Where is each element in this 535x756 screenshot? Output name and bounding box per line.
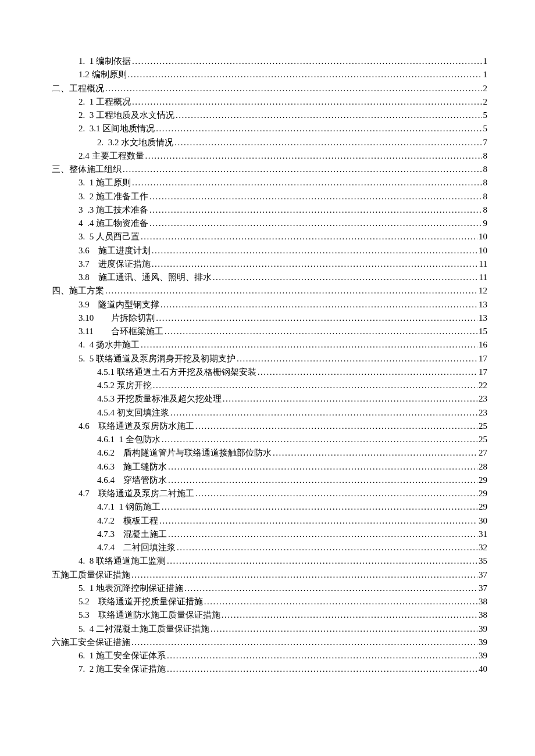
- toc-entry-label: 3. 2 施工准备工作: [79, 190, 148, 203]
- toc-entry-page: 17: [479, 352, 487, 366]
- toc-leader-dots: [160, 298, 477, 311]
- toc-entry: 4.5.4 初支回填注浆23: [52, 406, 487, 420]
- toc-entry: 4.6.1 1 全包防水25: [52, 433, 487, 446]
- toc-entry: 4.7.4 二衬回填注浆32: [52, 541, 487, 554]
- toc-entry-page: 29: [479, 500, 487, 514]
- toc-entry: 4.7.3 混凝土施工31: [52, 528, 487, 541]
- toc-entry: 3.11 合环框梁施工15: [52, 325, 487, 338]
- toc-entry-label: 3.8 施工通讯、通风、照明、排水: [79, 271, 212, 284]
- toc-entry-page: 10: [479, 244, 487, 257]
- toc-entry-label: 4.6.4 穿墙管防水: [97, 474, 167, 487]
- toc-entry-page: 38: [479, 608, 487, 622]
- toc-entry-label: 二、工程概况: [52, 82, 104, 95]
- toc-entry-page: 39: [479, 649, 487, 662]
- toc-leader-dots: [105, 284, 477, 298]
- toc-entry-label: 5.3 联络通道防水施工质量保证措施: [79, 608, 220, 622]
- toc-entry-label: 3.10 片拆除切割: [79, 311, 155, 325]
- toc-entry-page: 2: [483, 82, 488, 95]
- toc-entry-page: 31: [479, 528, 487, 541]
- toc-entry-page: 13: [479, 311, 487, 325]
- toc-entry: 6. 1 施工安全保证体系39: [52, 649, 487, 662]
- toc-leader-dots: [159, 514, 477, 528]
- toc-leader-dots: [168, 460, 477, 474]
- toc-entry: 3.9 隧道内型钢支撑13: [52, 298, 487, 311]
- toc-entry: 2. 3.2 水文地质情况7: [52, 136, 487, 149]
- toc-leader-dots: [273, 446, 477, 460]
- toc-entry: 3.6 施工进度计划10: [52, 244, 487, 257]
- toc-entry: 4.7.2 模板工程30: [52, 514, 487, 528]
- toc-entry-label: 四、施工方案: [52, 284, 104, 298]
- toc-entry-label: 4. 4 扬水井施工: [79, 338, 140, 352]
- toc-entry: 2. 3.1 区间地质情况5: [52, 122, 487, 135]
- page-content: 1. 1 编制依据11.2 编制原则1二、工程概况22. 1 工程概况22. 3…: [0, 0, 535, 717]
- toc-entry-page: 32: [479, 541, 487, 554]
- toc-leader-dots: [132, 55, 482, 68]
- toc-entry-page: 8: [483, 203, 488, 217]
- toc-entry-page: 5: [483, 122, 488, 135]
- toc-entry-label: 3 .3 施工技术准备: [79, 203, 148, 217]
- toc-entry: 3.7 进度保证措施11: [52, 257, 487, 271]
- toc-entry: 1.2 编制原则1: [52, 68, 487, 81]
- toc-entry-page: 2: [483, 95, 488, 109]
- toc-entry-label: 6. 1 施工安全保证体系: [79, 649, 166, 662]
- toc-entry-page: 23: [479, 406, 487, 420]
- toc-entry-page: 27: [479, 446, 487, 460]
- toc-leader-dots: [176, 109, 482, 122]
- toc-entry-page: 10: [479, 230, 487, 243]
- toc-leader-dots: [223, 392, 477, 406]
- toc-entry-page: 25: [479, 420, 487, 433]
- toc-entry-label: 7. 2 施工安全保证措施: [79, 662, 166, 676]
- toc-entry-page: 11: [479, 271, 487, 284]
- toc-entry-label: 4.6 联络通道及泵房防水施工: [79, 420, 194, 433]
- toc-entry-page: 28: [479, 460, 487, 474]
- toc-leader-dots: [213, 271, 478, 284]
- toc-leader-dots: [177, 541, 477, 554]
- toc-entry-label: 4 .4 施工物资准备: [79, 217, 148, 230]
- toc-entry-label: 三、整体施工组织: [52, 163, 122, 176]
- toc-entry-label: 2. 3 工程地质及水文情况: [79, 109, 174, 122]
- toc-entry: 5.2 联络通道开挖质量保证措施38: [52, 595, 487, 608]
- toc-entry: 四、施工方案12: [52, 284, 487, 298]
- toc-entry-page: 8: [483, 176, 488, 189]
- toc-entry-label: 4.7.4 二衬回填注浆: [97, 541, 176, 554]
- toc-leader-dots: [156, 311, 477, 325]
- toc-entry-page: 22: [479, 379, 487, 392]
- toc-leader-dots: [141, 230, 477, 243]
- toc-entry: 4. 4 扬水井施工16: [52, 338, 487, 352]
- toc-leader-dots: [152, 244, 477, 257]
- toc-entry-label: 3.7 进度保证措施: [79, 257, 151, 271]
- toc-entry-page: 1: [483, 68, 488, 81]
- toc-entry: 4.5.3 开挖质量标准及超欠挖处理23: [52, 392, 487, 406]
- toc-leader-dots: [211, 622, 477, 636]
- toc-entry: 4. 8 联络通道施工监测35: [52, 554, 487, 568]
- toc-entry-page: 39: [479, 622, 487, 636]
- toc-entry-page: 30: [479, 514, 487, 528]
- toc-entry: 4.6 联络通道及泵房防水施工25: [52, 420, 487, 433]
- toc-entry-page: 17: [479, 366, 487, 379]
- toc-entry-label: 5. 5 联络通道及泵房洞身开挖及初期支护: [79, 352, 236, 366]
- toc-entry: 4.5.1 联络通道土石方开挖及格栅钢架安装17: [52, 366, 487, 379]
- toc-leader-dots: [131, 568, 477, 582]
- toc-entry-label: 4.7.3 混凝土施工: [97, 528, 167, 541]
- toc-entry-label: 4.7.1 1 钢筋施工: [97, 500, 160, 514]
- toc-entry: 5. 1 地表沉降控制保证措施37: [52, 582, 487, 595]
- toc-leader-dots: [167, 662, 477, 676]
- toc-entry-page: 37: [479, 582, 487, 595]
- toc-entry-label: 1. 1 编制依据: [79, 55, 131, 68]
- toc-entry: 2. 3 工程地质及水文情况5: [52, 109, 487, 122]
- toc-entry: 4.6.2 盾构隧道管片与联络通道接触部位防水27: [52, 446, 487, 460]
- toc-leader-dots: [149, 203, 482, 217]
- toc-entry-label: 1.2 编制原则: [79, 68, 127, 81]
- toc-leader-dots: [195, 420, 477, 433]
- toc-entry-page: 7: [483, 136, 488, 149]
- toc-entry: 4.5.2 泵房开挖22: [52, 379, 487, 392]
- toc-entry-label: 5. 1 地表沉降控制保证措施: [79, 582, 183, 595]
- toc-entry-page: 38: [479, 595, 487, 608]
- toc-entry-page: 29: [479, 474, 487, 487]
- toc-entry-page: 5: [483, 109, 488, 122]
- toc-entry-label: 3.6 施工进度计划: [79, 244, 151, 257]
- toc-leader-dots: [131, 636, 477, 649]
- toc-entry-label: 2. 3.1 区间地质情况: [79, 122, 155, 135]
- toc-entry-label: 4.5.3 开挖质量标准及超欠挖处理: [97, 392, 222, 406]
- toc-leader-dots: [174, 136, 482, 149]
